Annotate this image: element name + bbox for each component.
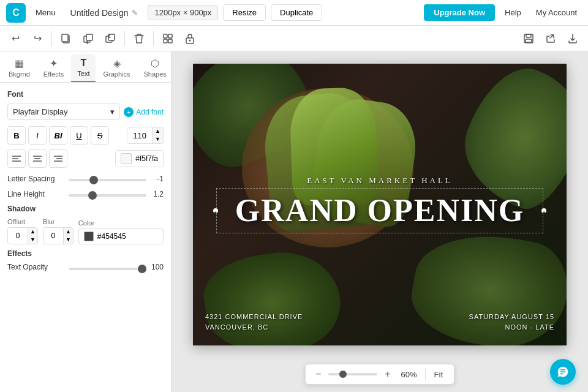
tool-tabs: ▦ Bkgrnd ✦ Effects T Text ◈ Graphics ⬡ S… — [0, 51, 171, 83]
line-height-row: Line Height 1.2 — [7, 189, 164, 198]
line-height-slider-wrap — [69, 189, 146, 198]
grid-button[interactable] — [157, 28, 178, 49]
tab-graphics-label: Graphics — [103, 70, 130, 78]
tab-shapes[interactable]: ⬡ Shapes — [138, 54, 172, 82]
download-button[interactable] — [562, 28, 583, 49]
layer-down-button[interactable] — [78, 28, 99, 49]
align-left-button[interactable] — [7, 149, 26, 168]
zoom-in-button[interactable]: + — [382, 368, 393, 381]
upgrade-button[interactable]: Upgrade Now — [424, 4, 495, 21]
font-section-label: Font — [7, 90, 164, 99]
shadow-section: Shadow Offset ▲ ▼ Blur — [7, 205, 164, 244]
tab-shapes-label: Shapes — [144, 70, 167, 78]
design-canvas[interactable]: East Van Market Hall • • GRAND OPENING 4… — [193, 64, 567, 345]
panel-content: Font Playfair Display ▾ + Add font B I B… — [0, 83, 171, 392]
font-size-up[interactable]: ▲ — [152, 127, 163, 135]
blur-input[interactable] — [43, 229, 63, 243]
underline-button[interactable]: U — [70, 126, 88, 145]
layer-up-button[interactable] — [100, 28, 121, 49]
share-button[interactable] — [540, 28, 561, 49]
app-logo: C — [6, 3, 26, 23]
letter-spacing-row: Letter Spacing -1 — [7, 174, 164, 183]
shapes-icon: ⬡ — [151, 58, 159, 69]
shadow-label: Shadow — [7, 205, 164, 213]
toolbar-right — [518, 28, 583, 49]
blur-down[interactable]: ▼ — [63, 236, 73, 244]
chat-icon — [557, 366, 569, 378]
canvas-bottom-right: Saturday August 15 Noon - Late — [469, 312, 554, 333]
save-button[interactable] — [518, 28, 539, 49]
canvas-title-box[interactable]: • • GRAND OPENING — [216, 188, 543, 233]
blur-arrows: ▲ ▼ — [63, 228, 73, 244]
zoom-out-button[interactable]: − — [313, 368, 323, 381]
offset-down[interactable]: ▼ — [28, 236, 37, 244]
offset-input-wrap: ▲ ▼ — [7, 227, 38, 244]
add-font-button[interactable]: + Add font — [124, 107, 164, 117]
undo-button[interactable]: ↩ — [5, 28, 26, 49]
text-opacity-slider[interactable] — [69, 268, 146, 270]
strikethrough-button[interactable]: S — [91, 126, 109, 145]
date-line2: Noon - Late — [469, 322, 554, 333]
svg-rect-8 — [164, 39, 167, 43]
blur-input-wrap: ▲ ▼ — [43, 227, 74, 244]
text-color-swatch — [121, 153, 132, 164]
tab-text[interactable]: T Text — [71, 54, 96, 82]
effects-icon: ✦ — [50, 58, 58, 69]
offset-field: Offset ▲ ▼ — [7, 218, 38, 244]
zoom-percentage: 60% — [398, 370, 420, 379]
blur-label: Blur — [43, 218, 74, 225]
align-center-button[interactable] — [28, 149, 47, 168]
resize-button[interactable]: Resize — [223, 4, 266, 21]
font-dropdown-arrow: ▾ — [110, 107, 115, 116]
tab-graphics[interactable]: ◈ Graphics — [97, 54, 136, 82]
duplicate-button[interactable]: Duplicate — [271, 4, 322, 21]
canvas-area: East Van Market Hall • • GRAND OPENING 4… — [172, 51, 588, 392]
blur-up[interactable]: ▲ — [63, 228, 73, 236]
text-color-button[interactable]: #f5f7fa — [115, 150, 164, 167]
text-opacity-row: Text Opacity 100 — [7, 263, 164, 272]
tab-effects[interactable]: ✦ Effects — [37, 54, 70, 82]
document-title: Untitled Design — [70, 8, 129, 18]
lock-button[interactable] — [179, 28, 200, 49]
zoom-separator — [425, 368, 426, 380]
line-height-value: 1.2 — [146, 190, 164, 198]
format-row: B I BI U S ▲ ▼ — [7, 126, 164, 145]
svg-rect-7 — [168, 34, 172, 38]
align-right-button[interactable] — [49, 149, 67, 168]
letter-spacing-slider[interactable] — [69, 179, 146, 181]
line-height-slider[interactable] — [69, 194, 146, 197]
chat-button[interactable] — [550, 359, 576, 385]
menu-button[interactable]: Menu — [31, 6, 61, 20]
shadow-color-field: Color #454545 — [78, 219, 164, 244]
redo-button[interactable]: ↪ — [27, 28, 48, 49]
edit-title-icon[interactable]: ✎ — [132, 9, 138, 17]
delete-button[interactable] — [129, 28, 149, 49]
offset-input[interactable] — [8, 229, 28, 243]
shadow-color-box — [84, 232, 94, 241]
blur-field: Blur ▲ ▼ — [43, 218, 74, 244]
font-size-input[interactable] — [127, 129, 152, 143]
tab-bkgrnd[interactable]: ▦ Bkgrnd — [2, 54, 36, 82]
font-dropdown[interactable]: Playfair Display ▾ — [7, 104, 120, 120]
zoom-slider[interactable] — [328, 373, 377, 375]
text-opacity-slider-wrap — [69, 263, 146, 272]
bold-button[interactable]: B — [7, 126, 26, 145]
offset-up[interactable]: ▲ — [28, 228, 37, 236]
zoom-fit-button[interactable]: Fit — [431, 369, 447, 380]
account-button[interactable]: My Account — [531, 6, 582, 20]
italic-button[interactable]: I — [28, 126, 47, 145]
toolbar-left: ↩ ↪ — [5, 28, 200, 49]
shadow-color-button[interactable]: #454545 — [78, 228, 164, 244]
copy-button[interactable] — [56, 28, 77, 49]
font-size-down[interactable]: ▼ — [152, 135, 163, 143]
help-button[interactable]: Help — [500, 6, 526, 20]
svg-rect-9 — [168, 39, 172, 43]
svg-rect-13 — [526, 34, 531, 37]
bkgrnd-icon: ▦ — [15, 58, 24, 69]
add-font-icon: + — [124, 107, 134, 117]
canvas-main-title: GRAND OPENING — [235, 195, 524, 227]
svg-rect-1 — [62, 34, 68, 42]
align-row: #f5f7fa — [7, 149, 164, 168]
letter-spacing-slider-wrap — [69, 174, 146, 183]
bold-italic-button[interactable]: BI — [49, 126, 67, 145]
